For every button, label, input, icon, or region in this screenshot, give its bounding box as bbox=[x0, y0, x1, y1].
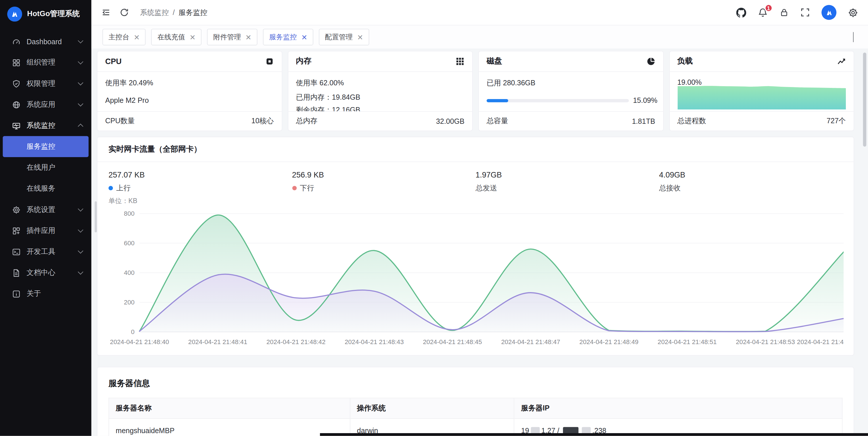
app-logo-icon bbox=[7, 6, 22, 21]
sidebar-subitem-label: 服务监控 bbox=[26, 142, 55, 152]
shield-icon bbox=[11, 79, 21, 88]
close-icon[interactable]: ✕ bbox=[301, 34, 307, 41]
close-icon[interactable]: ✕ bbox=[134, 34, 140, 41]
sidebar-item-label: 插件应用 bbox=[26, 226, 72, 236]
svg-text:2024-04-21 21:48:51: 2024-04-21 21:48:51 bbox=[658, 338, 716, 345]
cpu-chip-icon bbox=[265, 57, 274, 66]
sidebar-item-label: 权限管理 bbox=[26, 78, 72, 89]
sidebar-item-label: 文档中心 bbox=[26, 268, 72, 278]
disk-footer-label: 总容量 bbox=[487, 116, 508, 126]
close-icon[interactable]: ✕ bbox=[245, 34, 251, 41]
globe-icon bbox=[11, 100, 21, 109]
tab-bar: 主控台 ✕ 在线充值 ✕ 附件管理 ✕ 服务监控 ✕ 配置管理 ✕ bbox=[91, 26, 868, 49]
chart-unit-label: 单位：KB bbox=[108, 197, 842, 206]
terminal-icon bbox=[11, 247, 21, 256]
plugin-grid-icon bbox=[11, 226, 21, 235]
disk-progress-track bbox=[487, 99, 628, 102]
cpu-card: CPU 使用率 20.49% Apple M2 Pro CPU数量 10核心 bbox=[97, 51, 282, 131]
sidebar-menu: Dashboard 组织管理 权限管理 bbox=[0, 28, 91, 304]
tab-dashboard[interactable]: 主控台 ✕ bbox=[102, 29, 146, 45]
breadcrumb: 系统监控 / 服务监控 bbox=[140, 7, 207, 18]
disk-pie-icon bbox=[646, 57, 655, 66]
traffic-stat-received: 4.09GB 总接收 bbox=[659, 170, 842, 193]
column-header-ip: 服务器IP bbox=[514, 398, 842, 418]
memory-grid-icon bbox=[456, 57, 464, 66]
traffic-chart-wrap: 单位：KB 02004006008002024-04-21 21:48:4020… bbox=[97, 193, 854, 355]
cpu-footer-value: 10核心 bbox=[251, 116, 274, 126]
tab-attachments[interactable]: 附件管理 ✕ bbox=[207, 29, 257, 45]
sidebar-subitem-label: 在线服务 bbox=[26, 183, 55, 194]
monitor-icon bbox=[11, 121, 21, 130]
sidebar-subitem-online-services[interactable]: 在线服务 bbox=[0, 178, 91, 199]
settings-gear-icon[interactable] bbox=[848, 7, 858, 18]
chevron-down-icon bbox=[78, 80, 83, 85]
sidebar-subitem-online-users[interactable]: 在线用户 bbox=[0, 157, 91, 178]
svg-text:0: 0 bbox=[131, 328, 134, 335]
notification-badge: 1 bbox=[764, 4, 773, 12]
server-info-title: 服务器信息 bbox=[108, 378, 842, 389]
user-avatar[interactable] bbox=[822, 5, 836, 20]
sidebar-item-devtools[interactable]: 开发工具 bbox=[0, 241, 91, 262]
notification-bell-icon[interactable]: 1 bbox=[758, 7, 768, 18]
svg-text:200: 200 bbox=[124, 299, 134, 306]
tab-label: 主控台 bbox=[108, 32, 129, 42]
sidebar-item-dashboard[interactable]: Dashboard bbox=[0, 31, 91, 52]
breadcrumb-parent[interactable]: 系统监控 bbox=[140, 7, 169, 18]
up-legend-dot bbox=[108, 186, 113, 190]
svg-text:800: 800 bbox=[124, 210, 134, 217]
github-icon[interactable] bbox=[736, 7, 746, 18]
disk-progress-fill bbox=[487, 99, 508, 102]
cpu-usage-text: 使用率 20.49% bbox=[105, 78, 274, 88]
sidebar-item-about[interactable]: 关于 bbox=[0, 283, 91, 304]
close-icon[interactable]: ✕ bbox=[189, 34, 195, 41]
sidebar-item-permission[interactable]: 权限管理 bbox=[0, 73, 91, 94]
refresh-icon[interactable] bbox=[120, 8, 129, 17]
breadcrumb-current[interactable]: 服务监控 bbox=[179, 7, 207, 18]
tab-config[interactable]: 配置管理 ✕ bbox=[319, 29, 369, 45]
traffic-stats-row: 257.07 KB 上行 256.9 KB 下行 1.97GB 总发送 4.09… bbox=[97, 162, 854, 193]
memory-footer-label: 总内存 bbox=[296, 116, 317, 126]
sidebar-item-label: Dashboard bbox=[26, 37, 72, 46]
chevron-down-icon bbox=[78, 59, 83, 64]
page-content: CPU 使用率 20.49% Apple M2 Pro CPU数量 10核心 bbox=[91, 49, 868, 436]
top-header: 系统监控 / 服务监控 1 bbox=[91, 0, 868, 26]
tab-online-recharge[interactable]: 在线充值 ✕ bbox=[152, 29, 202, 45]
menu-fold-icon[interactable] bbox=[101, 8, 111, 17]
tab-label: 服务监控 bbox=[269, 32, 297, 42]
stat-value: 1.97GB bbox=[475, 170, 659, 179]
sidebar-item-docs[interactable]: 文档中心 bbox=[0, 262, 91, 283]
fullscreen-icon[interactable] bbox=[801, 8, 810, 17]
page-scrollbar-thumb[interactable] bbox=[863, 53, 867, 146]
cpu-card-title: CPU bbox=[105, 57, 122, 66]
traffic-card-title: 实时网卡流量（全部网卡） bbox=[97, 137, 854, 162]
column-header-os: 操作系统 bbox=[350, 398, 514, 418]
load-footer-label: 总进程数 bbox=[677, 116, 706, 126]
load-card: 负载 19.00% 总进程数 727个 bbox=[669, 51, 854, 131]
sidebar-item-settings[interactable]: 系统设置 bbox=[0, 199, 91, 220]
sidebar-item-org[interactable]: 组织管理 bbox=[0, 52, 91, 73]
memory-free-text: 剩余内存：12.16GB bbox=[296, 105, 464, 111]
load-trend-icon bbox=[837, 57, 846, 66]
traffic-stat-up: 257.07 KB 上行 bbox=[108, 170, 292, 193]
chevron-down-icon bbox=[78, 269, 83, 275]
tabbar-chevron-down-icon[interactable] bbox=[849, 29, 857, 45]
sidebar-item-sysapp[interactable]: 系统应用 bbox=[0, 94, 91, 115]
app-title: HotGo管理系统 bbox=[27, 9, 80, 19]
memory-footer-value: 32.00GB bbox=[436, 117, 464, 125]
sidebar-item-plugins[interactable]: 插件应用 bbox=[0, 220, 91, 241]
sidebar-subitem-service-monitor[interactable]: 服务监控 bbox=[3, 136, 89, 157]
server-info-card: 服务器信息 服务器名称 操作系统 服务器IP mengshuaideMBP da… bbox=[97, 367, 854, 436]
svg-text:2024-04-21 21:48:40: 2024-04-21 21:48:40 bbox=[110, 338, 169, 345]
down-legend-dot bbox=[292, 186, 296, 190]
app-window: HotGo管理系统 Dashboard 组织管理 bbox=[0, 0, 868, 436]
chevron-up-icon bbox=[78, 124, 83, 129]
app-logo-row[interactable]: HotGo管理系统 bbox=[0, 0, 91, 28]
tab-service-monitor[interactable]: 服务监控 ✕ bbox=[263, 29, 313, 45]
content-scrollbar-thumb[interactable] bbox=[95, 201, 97, 232]
tab-label: 附件管理 bbox=[213, 32, 241, 42]
close-icon[interactable]: ✕ bbox=[357, 34, 363, 41]
breadcrumb-separator: / bbox=[173, 8, 175, 16]
disk-used-text: 已用 280.36GB bbox=[487, 78, 655, 88]
sidebar-item-sysmonitor[interactable]: 系统监控 bbox=[0, 115, 91, 136]
screen-lock-icon[interactable] bbox=[779, 8, 789, 17]
